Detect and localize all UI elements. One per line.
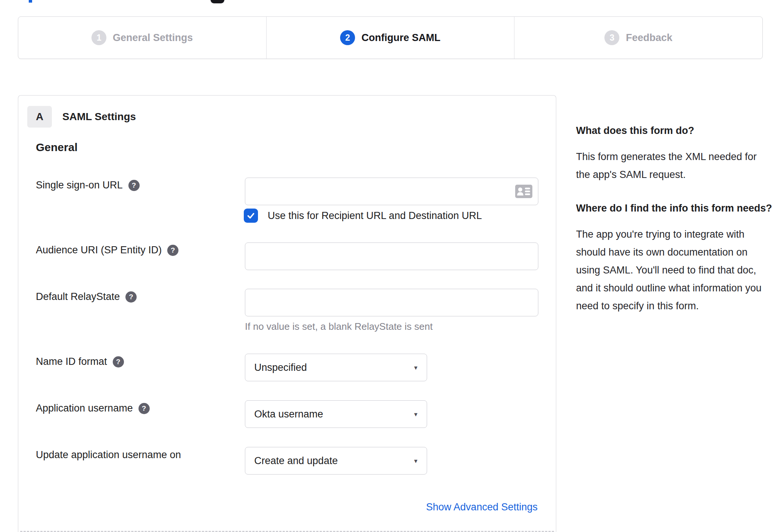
help-icon[interactable]: ? [113,356,124,367]
help-icon[interactable]: ? [128,180,140,191]
wizard-stepper: 1 General Settings 2 Configure SAML 3 Fe… [18,16,763,59]
contact-card-icon[interactable] [515,185,532,198]
help-icon[interactable]: ? [125,291,137,303]
audience-uri-label-text: Audience URI (SP Entity ID) [36,244,162,256]
step-number-badge: 2 [340,30,355,45]
saml-settings-card: A SAML Settings General Single sign-on U… [18,95,556,532]
sso-url-label-text: Single sign-on URL [36,179,123,191]
chevron-down-icon: ▼ [413,364,418,371]
step-configure-saml[interactable]: 2 Configure SAML [266,17,514,59]
step-label: General Settings [113,32,193,44]
application-username-label-text: Application username [36,403,133,414]
sidebar-heading-where: Where do I find the info this form needs… [576,201,778,216]
step-label: Feedback [626,32,672,44]
relay-state-label: Default RelayState ? [36,291,137,303]
step-number-badge: 3 [604,30,619,45]
sidebar-paragraph-what: This form generates the XML needed for t… [576,148,773,184]
update-username-label-text: Update application username on [36,449,181,461]
audience-uri-field-wrap [245,242,538,270]
step-number-badge: 1 [91,30,106,45]
sso-url-field-wrap [245,178,538,205]
check-icon [246,211,255,220]
sidebar-heading-what: What does this form do? [576,123,778,138]
section-badge: A [27,106,52,128]
step-feedback[interactable]: 3 Feedback [514,17,762,59]
name-id-format-label-text: Name ID format [36,356,107,367]
audience-uri-label: Audience URI (SP Entity ID) ? [36,244,178,256]
step-label: Configure SAML [361,32,440,44]
application-username-label: Application username ? [36,403,150,414]
relay-state-hint: If no value is set, a blank RelayState i… [245,321,433,332]
cut-off-dark-icon-fragment [211,0,224,3]
chevron-down-icon: ▼ [413,458,418,464]
recipient-url-checkbox[interactable] [244,209,258,223]
step-general-settings[interactable]: 1 General Settings [18,17,266,59]
name-id-format-label: Name ID format ? [36,356,124,367]
sidebar-paragraph-where: The app you're trying to integrate with … [576,225,773,315]
selected-value: Create and update [254,455,338,467]
cut-off-blue-fragment [29,0,32,3]
audience-uri-input[interactable] [245,242,538,270]
application-username-select[interactable]: Okta username ▼ [245,400,427,428]
name-id-format-select[interactable]: Unspecified ▼ [245,354,427,381]
update-username-label: Update application username on [36,449,181,461]
recipient-url-checkbox-label: Use this for Recipient URL and Destinati… [268,209,482,223]
help-icon[interactable]: ? [167,245,178,256]
sidebar-help-panel: What does this form do? This form genera… [576,123,778,315]
relay-state-label-text: Default RelayState [36,291,120,303]
chevron-down-icon: ▼ [413,411,418,417]
selected-value: Unspecified [254,362,307,373]
group-heading-general: General [36,141,78,154]
sso-url-input[interactable] [245,178,538,205]
sso-url-label: Single sign-on URL ? [36,179,140,191]
relay-state-field-wrap [245,289,538,316]
selected-value: Okta username [254,409,323,420]
section-title: SAML Settings [62,106,136,128]
update-username-select[interactable]: Create and update ▼ [245,447,427,475]
relay-state-input[interactable] [245,289,538,316]
show-advanced-settings-link[interactable]: Show Advanced Settings [426,501,538,513]
help-icon[interactable]: ? [139,403,150,414]
